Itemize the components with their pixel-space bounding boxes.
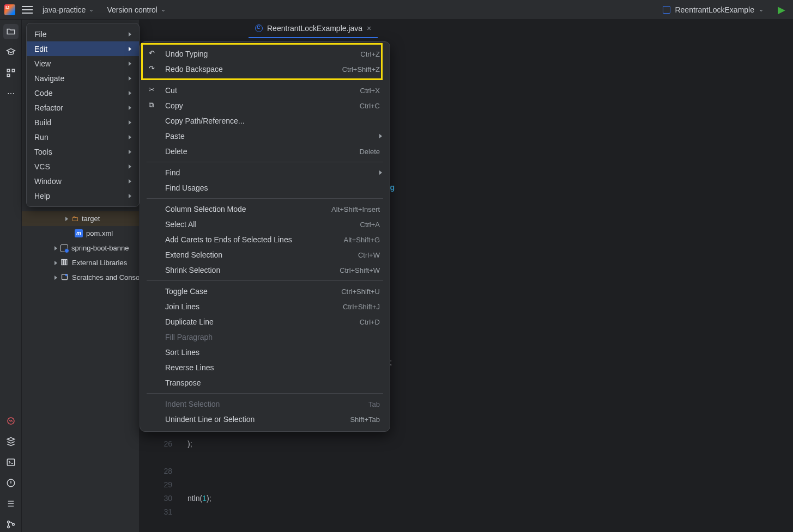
menu-item-paste[interactable]: Paste <box>140 129 390 144</box>
vcs-crumb[interactable]: Version control ⌄ <box>104 3 169 16</box>
structure-tool-button[interactable] <box>3 65 19 81</box>
menu-item-delete[interactable]: DeleteDelete <box>140 144 390 159</box>
menu-item-sort-lines[interactable]: Sort Lines <box>140 345 390 360</box>
menu-item-find[interactable]: Find <box>140 165 390 180</box>
menu-item-join-lines[interactable]: Join LinesCtrl+Shift+J <box>140 299 390 314</box>
menu-item-file[interactable]: File <box>27 27 139 41</box>
tree-node-ext-libs[interactable]: External Libraries <box>22 255 139 270</box>
svg-point-7 <box>7 526 9 528</box>
menu-item-view[interactable]: View <box>27 56 139 71</box>
chevron-right-icon <box>129 194 131 198</box>
menu-item-add-carets-to-ends-of-selected-lines[interactable]: Add Carets to Ends of Selected LinesAlt+… <box>140 232 390 247</box>
menu-separator <box>147 162 383 162</box>
terminal-tool-button[interactable] <box>3 455 19 470</box>
line-number: 29 <box>140 478 172 492</box>
learn-tool-button[interactable] <box>3 45 19 60</box>
menu-item-window[interactable]: Window <box>27 174 139 188</box>
menu-item-toggle-case[interactable]: Toggle CaseCtrl+Shift+U <box>140 284 390 299</box>
menu-label: Edit <box>34 45 47 53</box>
menu-label: Transpose <box>165 378 380 387</box>
svg-rect-9 <box>62 259 63 265</box>
menu-item-build[interactable]: Build <box>27 115 139 130</box>
chevron-right-icon <box>129 106 131 110</box>
tree-node-target[interactable]: 🗀 target <box>22 211 139 226</box>
menu-item-navigate[interactable]: Navigate <box>27 71 139 85</box>
chevron-right-icon <box>55 261 57 265</box>
project-tool-button[interactable] <box>3 24 19 39</box>
main-menu-button[interactable] <box>22 6 33 14</box>
run-button[interactable]: ▶ <box>774 3 789 17</box>
scratches-icon <box>60 273 69 283</box>
menu-item-indent-selection: Indent SelectionTab <box>140 396 390 412</box>
chevron-right-icon <box>129 76 131 81</box>
menu-item-tools[interactable]: Tools <box>27 144 139 159</box>
tree-label: Scratches and Conso <box>72 273 139 282</box>
scrollbar[interactable] <box>392 38 399 532</box>
svg-point-13 <box>65 274 68 276</box>
chevron-right-icon <box>129 135 131 139</box>
menu-shortcut: Ctrl+Shift+W <box>340 266 380 274</box>
menu-separator <box>147 393 383 394</box>
profiler-tool-button[interactable] <box>3 413 19 429</box>
tree-node-pom[interactable]: m pom.xml <box>22 226 139 241</box>
line-number <box>140 451 172 464</box>
tree-node-scratches[interactable]: Scratches and Conso <box>22 270 139 285</box>
tree-node-banner[interactable]: spring-boot-banne <box>22 241 139 255</box>
menu-item-transpose[interactable]: Transpose <box>140 375 390 390</box>
line-number: 31 <box>140 505 172 519</box>
menu-item-reverse-lines[interactable]: Reverse Lines <box>140 360 390 375</box>
menu-shortcut: Ctrl+C <box>360 102 380 110</box>
problems-tool-button[interactable] <box>3 475 19 491</box>
menu-shortcut: Shift+Tab <box>350 415 380 424</box>
menu-item-vcs[interactable]: VCS <box>27 159 139 174</box>
menu-label: Paste <box>165 132 380 140</box>
menu-item-edit[interactable]: Edit <box>27 41 139 56</box>
menu-item-copy-path-reference-[interactable]: Copy Path/Reference... <box>140 113 390 129</box>
tree-label: spring-boot-banne <box>71 244 129 252</box>
menu-item-code[interactable]: Code <box>27 85 139 100</box>
menu-shortcut: Ctrl+Shift+J <box>343 303 380 311</box>
menu-item-shrink-selection[interactable]: Shrink SelectionCtrl+Shift+W <box>140 262 390 278</box>
intellij-logo-icon <box>4 4 15 15</box>
menu-shortcut: Alt+Shift+Insert <box>331 205 380 213</box>
menu-item-redo-backspace[interactable]: ↷Redo BackspaceCtrl+Shift+Z <box>140 62 390 77</box>
menu-label: Shrink Selection <box>165 266 340 274</box>
menu-item-extend-selection[interactable]: Extend SelectionCtrl+W <box>140 247 390 262</box>
menu-shortcut: Ctrl+Shift+Z <box>342 65 380 74</box>
line-number: 30 <box>140 492 172 505</box>
java-class-icon <box>255 25 263 32</box>
chevron-right-icon <box>129 150 131 154</box>
more-tool-button[interactable]: ⋯ <box>3 86 19 101</box>
menu-item-run[interactable]: Run <box>27 130 139 144</box>
menu-shortcut: Delete <box>359 148 380 156</box>
menu-item-unindent-line-or-selection[interactable]: Unindent Line or SelectionShift+Tab <box>140 412 390 427</box>
chevron-right-icon <box>379 134 382 138</box>
line-number: 26 <box>140 437 172 451</box>
todo-tool-button[interactable] <box>3 496 19 511</box>
menu-label: Run <box>34 133 49 142</box>
menu-label: Copy Path/Reference... <box>165 117 380 125</box>
libraries-icon <box>60 258 69 268</box>
menu-item-copy[interactable]: ⧉CopyCtrl+C <box>140 98 390 113</box>
menu-item-column-selection-mode[interactable]: Column Selection ModeAlt+Shift+Insert <box>140 201 390 217</box>
menu-item-select-all[interactable]: Select AllCtrl+A <box>140 217 390 232</box>
menu-item-find-usages[interactable]: Find Usages <box>140 180 390 195</box>
menu-item-help[interactable]: Help <box>27 188 139 203</box>
editor-tab[interactable]: ReentrantLockExample.java × <box>249 20 378 38</box>
menu-label: Join Lines <box>165 302 343 311</box>
menu-label: Duplicate Line <box>165 317 360 326</box>
run-config-selector[interactable]: ReentrantLockExample ⌄ <box>658 3 768 16</box>
title-bar: java-practice ⌄ Version control ⌄ Reentr… <box>0 0 793 20</box>
project-name: java-practice <box>43 5 86 14</box>
menu-item-refactor[interactable]: Refactor <box>27 100 139 115</box>
menu-separator <box>147 198 383 199</box>
close-tab-button[interactable]: × <box>367 24 371 33</box>
menu-label: Window <box>34 177 62 186</box>
git-tool-button[interactable] <box>3 517 19 532</box>
project-crumb[interactable]: java-practice ⌄ <box>39 3 97 16</box>
menu-separator <box>147 80 383 80</box>
menu-item-undo-typing[interactable]: ↶Undo TypingCtrl+Z <box>140 46 390 62</box>
menu-item-cut[interactable]: ✂CutCtrl+X <box>140 83 390 98</box>
menu-item-duplicate-line[interactable]: Duplicate LineCtrl+D <box>140 314 390 329</box>
services-tool-button[interactable] <box>3 434 19 449</box>
